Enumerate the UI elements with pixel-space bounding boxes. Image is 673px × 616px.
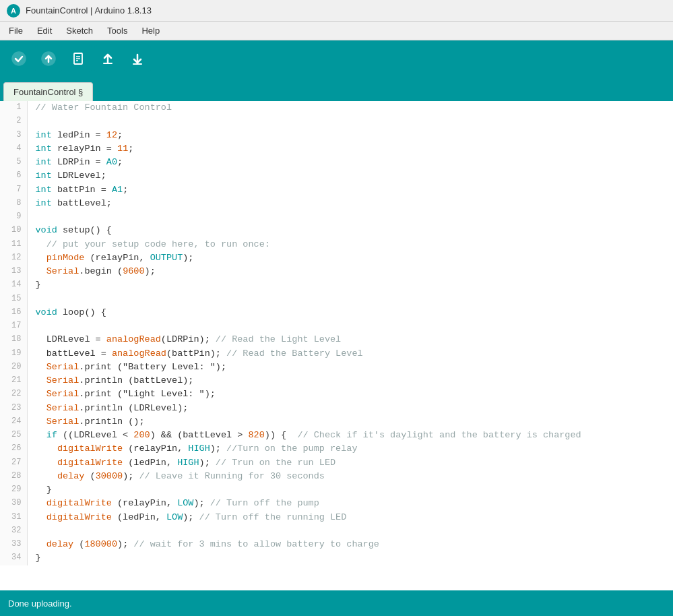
line-number: 6 [0, 169, 27, 183]
line-number: 15 [0, 292, 27, 306]
table-row: 27 digitalWrite (ledPin, HIGH); // Trun … [0, 456, 673, 470]
line-number: 22 [0, 388, 27, 401]
line-number: 26 [0, 442, 27, 456]
code-content: int battLevel; [27, 197, 673, 210]
line-number: 17 [0, 319, 27, 333]
line-number: 27 [0, 456, 27, 470]
upload-icon [41, 51, 56, 66]
line-number: 29 [0, 483, 27, 497]
line-number: 21 [0, 374, 27, 388]
line-number: 5 [0, 156, 27, 169]
code-content [27, 319, 673, 333]
line-number: 12 [0, 251, 27, 265]
menu-edit[interactable]: Edit [32, 24, 57, 38]
code-content: Serial.print ("Light Level: "); [27, 388, 673, 401]
table-row: 16void loop() { [0, 306, 673, 319]
code-content: pinMode (relayPin, OUTPUT); [27, 251, 673, 265]
table-row: 12 pinMode (relayPin, OUTPUT); [0, 251, 673, 265]
verify-button[interactable] [5, 45, 32, 72]
table-row: 32 [0, 524, 673, 538]
tab-label: FountainControl § [13, 87, 83, 97]
line-number: 25 [0, 429, 27, 442]
table-row: 34} [0, 551, 673, 565]
code-content: // put your setup code here, to run once… [27, 238, 673, 251]
line-number: 23 [0, 402, 27, 415]
code-content: battLevel = analogRead(battPin); // Read… [27, 347, 673, 361]
menu-bar: File Edit Sketch Tools Help [0, 22, 673, 40]
table-row: 33 delay (180000); // wait for 3 mins to… [0, 538, 673, 551]
table-row: 18 LDRLevel = analogRead(LDRPin); // Rea… [0, 333, 673, 346]
save-button[interactable] [124, 45, 151, 72]
table-row: 22 Serial.print ("Light Level: "); [0, 388, 673, 401]
table-row: 4int relayPin = 11; [0, 142, 673, 156]
line-number: 9 [0, 210, 27, 224]
table-row: 25 if ((LDRLevel < 200) && (battLevel > … [0, 429, 673, 442]
code-content: Serial.println (); [27, 415, 673, 429]
code-content: LDRLevel = analogRead(LDRPin); // Read t… [27, 333, 673, 346]
code-table: 1// Water Fountain Control2 3int ledPin … [0, 101, 673, 565]
code-content: int LDRPin = A0; [27, 156, 673, 169]
menu-tools[interactable]: Tools [102, 24, 133, 38]
code-content: Serial.print ("Battery Level: "); [27, 361, 673, 374]
open-button[interactable] [94, 45, 121, 72]
new-icon [71, 51, 86, 66]
table-row: 24 Serial.println (); [0, 415, 673, 429]
table-row: 10void setup() { [0, 224, 673, 237]
line-number: 8 [0, 197, 27, 210]
line-number: 24 [0, 415, 27, 429]
table-row: 14} [0, 278, 673, 292]
line-number: 30 [0, 497, 27, 510]
code-content: int ledPin = 12; [27, 129, 673, 142]
code-content [27, 292, 673, 306]
status-bar: Done uploading. [0, 590, 673, 616]
open-icon [100, 51, 115, 66]
table-row: 21 Serial.println (battLevel); [0, 374, 673, 388]
table-row: 13 Serial.begin (9600); [0, 265, 673, 278]
table-row: 28 delay (30000); // Leave it Running fo… [0, 470, 673, 483]
code-content: } [27, 483, 673, 497]
svg-point-0 [12, 52, 26, 65]
table-row: 6int LDRLevel; [0, 169, 673, 183]
code-content: void loop() { [27, 306, 673, 319]
line-number: 18 [0, 333, 27, 346]
line-number: 31 [0, 511, 27, 524]
status-text: Done uploading. [8, 598, 72, 609]
line-number: 16 [0, 306, 27, 319]
code-area[interactable]: 1// Water Fountain Control2 3int ledPin … [0, 101, 673, 590]
code-content [27, 115, 673, 128]
table-row: 11 // put your setup code here, to run o… [0, 238, 673, 251]
table-row: 1// Water Fountain Control [0, 101, 673, 115]
line-number: 2 [0, 115, 27, 128]
save-icon [130, 51, 145, 66]
line-number: 28 [0, 470, 27, 483]
new-button[interactable] [65, 45, 92, 72]
window-title: FountainControl | Arduino 1.8.13 [26, 5, 152, 16]
code-content: Serial.println (LDRLevel); [27, 402, 673, 415]
table-row: 8int battLevel; [0, 197, 673, 210]
tab-fountaincontrol[interactable]: FountainControl § [3, 82, 93, 101]
table-row: 31 digitalWrite (ledPin, LOW); // Turn o… [0, 511, 673, 524]
code-content: } [27, 278, 673, 292]
table-row: 17 [0, 319, 673, 333]
table-row: 15 [0, 292, 673, 306]
code-content: delay (180000); // wait for 3 mins to al… [27, 538, 673, 551]
toolbar [0, 40, 673, 77]
menu-file[interactable]: File [3, 24, 28, 38]
line-number: 33 [0, 538, 27, 551]
table-row: 7int battPin = A1; [0, 183, 673, 197]
line-number: 13 [0, 265, 27, 278]
code-content [27, 210, 673, 224]
menu-help[interactable]: Help [136, 24, 165, 38]
line-number: 19 [0, 347, 27, 361]
code-content: delay (30000); // Leave it Running for 3… [27, 470, 673, 483]
line-number: 34 [0, 551, 27, 565]
code-content: Serial.begin (9600); [27, 265, 673, 278]
upload-button[interactable] [35, 45, 62, 72]
verify-icon [11, 51, 26, 66]
menu-sketch[interactable]: Sketch [61, 24, 98, 38]
line-number: 3 [0, 129, 27, 142]
code-content: digitalWrite (ledPin, LOW); // Turn off … [27, 511, 673, 524]
table-row: 20 Serial.print ("Battery Level: "); [0, 361, 673, 374]
table-row: 19 battLevel = analogRead(battPin); // R… [0, 347, 673, 361]
table-row: 26 digitalWrite (relayPin, HIGH); //Turn… [0, 442, 673, 456]
